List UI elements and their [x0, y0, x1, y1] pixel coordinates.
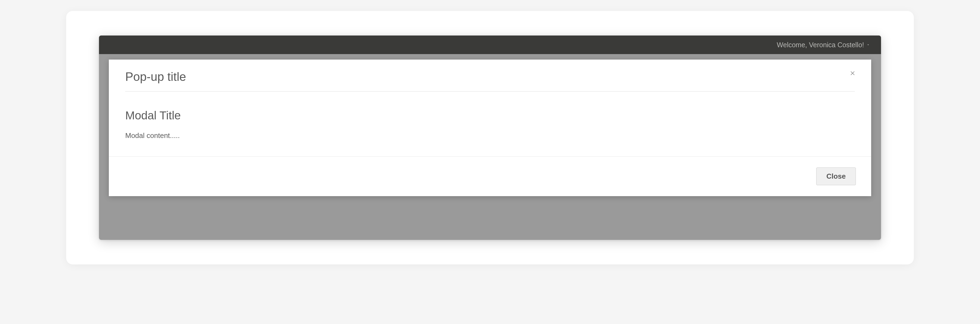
chevron-down-icon [866, 43, 870, 47]
close-button[interactable]: Close [816, 167, 856, 185]
welcome-text: Welcome, Veronica Costello! [777, 41, 864, 49]
modal-body: Modal Title Modal content..... [109, 98, 871, 156]
welcome-user-dropdown[interactable]: Welcome, Veronica Costello! [777, 41, 870, 49]
app-window: Welcome, Veronica Costello! Pop-up title [99, 35, 881, 240]
modal-header: Pop-up title [109, 60, 871, 98]
popup-title: Pop-up title [125, 70, 855, 92]
modal-footer: Close [109, 156, 871, 196]
modal-content: Modal content..... [125, 132, 855, 140]
close-icon[interactable] [849, 69, 856, 77]
outer-frame: Welcome, Veronica Costello! Pop-up title [66, 11, 914, 264]
modal-title: Modal Title [125, 109, 855, 122]
modal-dialog: Pop-up title Modal Title Modal content..… [109, 60, 871, 196]
header-bar: Welcome, Veronica Costello! [99, 35, 881, 54]
modal-overlay: Pop-up title Modal Title Modal content..… [99, 54, 881, 240]
